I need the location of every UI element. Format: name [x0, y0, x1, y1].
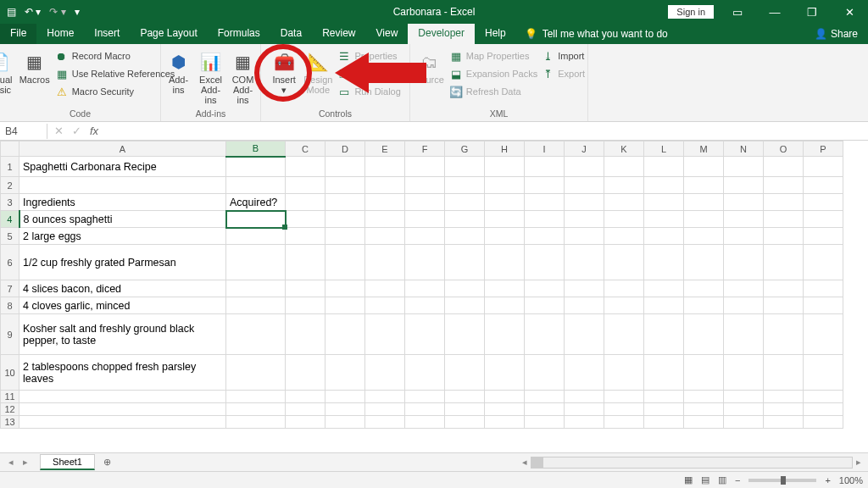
- cell-D3[interactable]: [326, 194, 365, 211]
- cell-G4[interactable]: [445, 211, 485, 228]
- cell-C1[interactable]: [286, 157, 326, 177]
- cell-E1[interactable]: [365, 157, 405, 177]
- cell-A4[interactable]: 8 ounces spaghetti: [19, 211, 226, 228]
- cell-F11[interactable]: [405, 391, 445, 403]
- cell-I2[interactable]: [525, 177, 565, 194]
- cell-E7[interactable]: [365, 280, 405, 297]
- cell-C2[interactable]: [286, 177, 326, 194]
- macro-security-button[interactable]: ⚠Macro Security: [55, 83, 175, 100]
- cell-D4[interactable]: [326, 211, 365, 228]
- cell-E5[interactable]: [365, 228, 405, 245]
- cell-C13[interactable]: [286, 416, 326, 429]
- cell-B6[interactable]: [226, 245, 286, 280]
- cell-P10[interactable]: [804, 355, 843, 391]
- cell-P8[interactable]: [804, 297, 843, 314]
- source-button[interactable]: 🗂Source: [411, 46, 448, 100]
- row-header-12[interactable]: 12: [1, 403, 19, 416]
- cell-O8[interactable]: [764, 297, 804, 314]
- ribbon-options-icon[interactable]: ▭: [719, 0, 756, 24]
- cell-F1[interactable]: [405, 157, 445, 177]
- cell-P9[interactable]: [804, 314, 843, 355]
- zoom-level[interactable]: 100%: [839, 475, 863, 485]
- col-header-I[interactable]: I: [525, 141, 565, 157]
- row-header-1[interactable]: 1: [1, 157, 19, 177]
- cell-H11[interactable]: [485, 391, 525, 403]
- cell-P6[interactable]: [804, 245, 843, 280]
- zoom-in-button[interactable]: +: [825, 475, 830, 485]
- col-header-D[interactable]: D: [326, 141, 365, 157]
- cell-G10[interactable]: [445, 355, 485, 391]
- row-header-5[interactable]: 5: [1, 228, 19, 245]
- cell-B7[interactable]: [226, 280, 286, 297]
- cell-E11[interactable]: [365, 391, 405, 403]
- cell-N8[interactable]: [724, 297, 764, 314]
- view-code-button[interactable]: ❐View Code: [337, 65, 400, 82]
- cell-H1[interactable]: [485, 157, 525, 177]
- name-box[interactable]: B4: [0, 124, 47, 139]
- row-header-13[interactable]: 13: [1, 416, 19, 429]
- cell-F13[interactable]: [405, 416, 445, 429]
- cell-B9[interactable]: [226, 314, 286, 355]
- cell-M12[interactable]: [684, 403, 724, 416]
- cell-P5[interactable]: [804, 228, 843, 245]
- cell-G5[interactable]: [445, 228, 485, 245]
- cell-A1[interactable]: Spaghetti Carbonara Recipe: [19, 157, 226, 177]
- cell-K11[interactable]: [604, 391, 644, 403]
- cell-B10[interactable]: [226, 355, 286, 391]
- cell-N13[interactable]: [724, 416, 764, 429]
- cell-I8[interactable]: [525, 297, 565, 314]
- cell-M2[interactable]: [684, 177, 724, 194]
- cell-J11[interactable]: [565, 391, 604, 403]
- export-button[interactable]: ⤒Export: [541, 65, 585, 82]
- cell-H6[interactable]: [485, 245, 525, 280]
- cell-D7[interactable]: [326, 280, 365, 297]
- cell-K10[interactable]: [604, 355, 644, 391]
- cell-K8[interactable]: [604, 297, 644, 314]
- cell-L10[interactable]: [644, 355, 684, 391]
- cell-P1[interactable]: [804, 157, 843, 177]
- cell-P11[interactable]: [804, 391, 843, 403]
- cell-C6[interactable]: [286, 245, 326, 280]
- sheet-tab[interactable]: Sheet1: [40, 454, 95, 470]
- cell-K7[interactable]: [604, 280, 644, 297]
- cell-K1[interactable]: [604, 157, 644, 177]
- row-header-11[interactable]: 11: [1, 391, 19, 403]
- col-header-G[interactable]: G: [445, 141, 485, 157]
- cell-P7[interactable]: [804, 280, 843, 297]
- cell-M8[interactable]: [684, 297, 724, 314]
- cell-H2[interactable]: [485, 177, 525, 194]
- cell-O5[interactable]: [764, 228, 804, 245]
- cell-A13[interactable]: [19, 416, 226, 429]
- cell-D10[interactable]: [326, 355, 365, 391]
- insert-controls-button[interactable]: 🧰Insert▾: [268, 46, 300, 100]
- horizontal-scrollbar[interactable]: ◂▸: [492, 457, 868, 469]
- cell-P3[interactable]: [804, 194, 843, 211]
- properties-button[interactable]: ☰Properties: [337, 47, 400, 64]
- cell-B3[interactable]: Acquired?: [226, 194, 286, 211]
- tab-insert[interactable]: Insert: [84, 24, 130, 44]
- cell-O1[interactable]: [764, 157, 804, 177]
- cell-M11[interactable]: [684, 391, 724, 403]
- cell-D2[interactable]: [326, 177, 365, 194]
- cell-D8[interactable]: [326, 297, 365, 314]
- cell-D6[interactable]: [326, 245, 365, 280]
- view-normal-icon[interactable]: ▦: [684, 474, 693, 485]
- cell-C5[interactable]: [286, 228, 326, 245]
- visual-basic-button[interactable]: 📄Visual Basic: [0, 46, 16, 100]
- zoom-out-button[interactable]: −: [735, 475, 740, 485]
- cell-A7[interactable]: 4 slices bacon, diced: [19, 280, 226, 297]
- cell-C4[interactable]: [286, 211, 326, 228]
- formula-bar[interactable]: [105, 130, 868, 133]
- cell-C12[interactable]: [286, 403, 326, 416]
- cell-G7[interactable]: [445, 280, 485, 297]
- cell-F6[interactable]: [405, 245, 445, 280]
- cell-J12[interactable]: [565, 403, 604, 416]
- cell-I3[interactable]: [525, 194, 565, 211]
- tab-data[interactable]: Data: [270, 24, 312, 44]
- cell-K13[interactable]: [604, 416, 644, 429]
- cell-J7[interactable]: [565, 280, 604, 297]
- cell-H3[interactable]: [485, 194, 525, 211]
- cell-E13[interactable]: [365, 416, 405, 429]
- cell-H10[interactable]: [485, 355, 525, 391]
- tab-view[interactable]: View: [366, 24, 409, 44]
